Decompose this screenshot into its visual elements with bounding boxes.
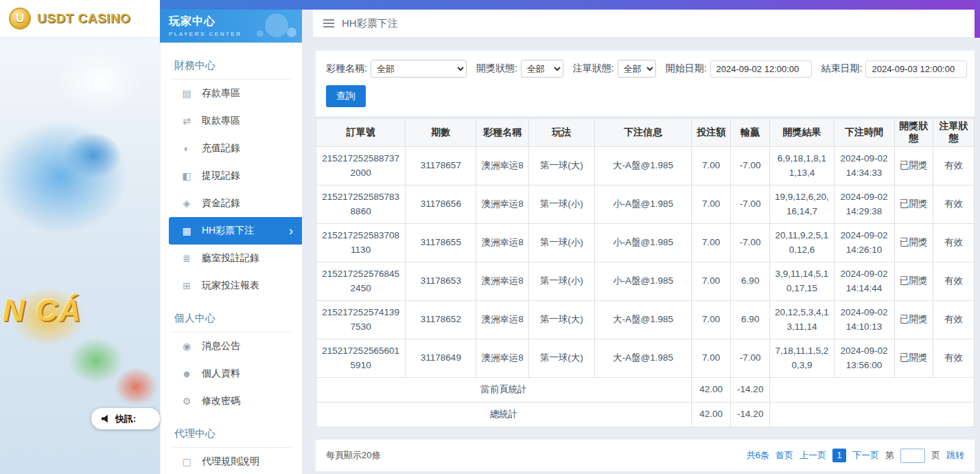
lottery-name-label: 彩種名稱: bbox=[326, 63, 367, 75]
draw-status-select[interactable]: 全部 bbox=[521, 60, 563, 78]
current-page-indicator[interactable]: 1 bbox=[832, 449, 846, 462]
draw-status-label: 開獎狀態: bbox=[476, 63, 517, 75]
end-date-label: 結束日期: bbox=[821, 63, 863, 75]
summary-bet-cell: 42.00 bbox=[692, 403, 731, 427]
gear-icon: ⚙ bbox=[181, 396, 192, 407]
table-cell: 已開獎 bbox=[894, 301, 933, 339]
withdraw-transfer-icon: ⇄ bbox=[181, 115, 192, 126]
table-cell: 20,12,5,3,4,13,11,14 bbox=[770, 301, 834, 339]
banner-right-decoration bbox=[975, 0, 980, 38]
table-cell: 有效 bbox=[933, 262, 974, 301]
sidebar-item-announcements[interactable]: ◉消息公告 bbox=[161, 332, 302, 360]
table-cell: 31178655 bbox=[406, 224, 476, 262]
sidebar-item-label: 個人資料 bbox=[202, 368, 240, 380]
lottery-name-select[interactable]: 全部 bbox=[371, 60, 467, 78]
room-bet-record-icon: ≣ bbox=[181, 253, 192, 264]
prev-page-link[interactable]: 上一页 bbox=[800, 449, 826, 462]
news-ticker[interactable]: 快訊: bbox=[91, 408, 160, 429]
table-cell: 2024-09-02 14:29:38 bbox=[834, 185, 894, 224]
table-row: 215217252585783886031178656澳洲幸运8第一球(小)小-… bbox=[316, 185, 975, 224]
page-prefix-label: 第 bbox=[885, 449, 894, 462]
table-cell: 6,9,18,1,8,11,13,4 bbox=[770, 147, 834, 185]
start-date-input[interactable] bbox=[710, 60, 812, 78]
table-cell: 有效 bbox=[933, 301, 974, 339]
table-cell: 2152172525837081130 bbox=[316, 224, 406, 262]
per-page-label: 每頁顯示20條 bbox=[326, 449, 380, 462]
column-header: 開獎狀態 bbox=[894, 119, 933, 147]
summary-winloss-cell: -14.20 bbox=[731, 403, 770, 427]
table-cell: 第一球(小) bbox=[528, 224, 594, 262]
page-suffix-label: 页 bbox=[931, 449, 940, 462]
table-cell: 澳洲幸运8 bbox=[476, 185, 528, 224]
sidebar-item-withdraw[interactable]: ⇄取款專區 bbox=[161, 107, 302, 135]
sidebar-item-funds-records[interactable]: ◈資金記錄 bbox=[161, 190, 302, 217]
table-cell: 小-A盤@1.985 bbox=[594, 185, 691, 224]
table-cell: 大-A盤@1.985 bbox=[594, 301, 691, 339]
sidebar-item-profile[interactable]: ☻個人資料 bbox=[161, 360, 302, 387]
sidebar-item-recharge-records[interactable]: ◐充值記錄 bbox=[161, 135, 302, 162]
summary-label-cell: 當前頁統計 bbox=[316, 378, 692, 403]
jump-button[interactable]: 跳转 bbox=[946, 449, 964, 462]
sidebar-item-change-password[interactable]: ⚙修改密碼 bbox=[161, 387, 302, 415]
content-header: HH彩票下注 bbox=[313, 10, 975, 37]
table-cell: 2152172525768452450 bbox=[316, 262, 406, 301]
table-cell: 7.00 bbox=[692, 147, 731, 185]
search-button[interactable]: 查詢 bbox=[326, 85, 366, 107]
bell-icon: ◉ bbox=[181, 341, 192, 352]
table-cell: -7.00 bbox=[731, 339, 770, 378]
summary-bet-cell: 42.00 bbox=[692, 378, 731, 403]
sidebar-item-hh-lottery-bets[interactable]: ▦HH彩票下注› bbox=[169, 217, 302, 245]
table-cell: 已開獎 bbox=[894, 147, 933, 185]
table-cell: 澳洲幸运8 bbox=[476, 147, 528, 185]
first-page-link[interactable]: 首页 bbox=[775, 449, 793, 462]
order-status-label: 注單狀態: bbox=[573, 63, 614, 75]
document-icon: ▢ bbox=[181, 456, 192, 467]
table-cell: 已開獎 bbox=[894, 224, 933, 262]
sidebar-item-player-bet-report[interactable]: ⊞玩家投注報表 bbox=[161, 272, 302, 300]
column-header: 下注信息 bbox=[594, 119, 691, 147]
column-header: 下注時間 bbox=[834, 119, 894, 147]
ticker-label: 快訊: bbox=[115, 413, 136, 425]
sidebar-item-agent-rules[interactable]: ▢代理規則說明 bbox=[161, 448, 302, 474]
table-cell: 7.00 bbox=[692, 224, 731, 262]
table-row: 215217252574139753031178652澳洲幸运8第一球(大)大-… bbox=[316, 301, 975, 339]
table-cell: -7.00 bbox=[731, 147, 770, 185]
next-page-link[interactable]: 下一页 bbox=[852, 449, 879, 462]
deposit-card-icon: ▤ bbox=[181, 88, 192, 99]
speaker-icon bbox=[102, 414, 110, 423]
table-cell: 2152172525741397530 bbox=[316, 301, 406, 339]
sidebar-item-room-bet-records[interactable]: ≣廳室投註記錄 bbox=[161, 245, 302, 272]
table-row: 215217252565601591031178649澳洲幸运8第一球(大)大-… bbox=[316, 339, 975, 378]
table-cell: 3,9,11,14,5,10,17,15 bbox=[770, 262, 834, 301]
table-cell: 有效 bbox=[933, 224, 974, 262]
table-cell: 2024-09-02 14:26:10 bbox=[834, 224, 894, 262]
sidebar-item-label: HH彩票下注 bbox=[202, 225, 254, 237]
sidebar-item-deposit[interactable]: ▤存款專區 bbox=[161, 80, 302, 107]
page-jump-input[interactable] bbox=[900, 449, 925, 463]
sidebar-item-label: 玩家投注報表 bbox=[202, 280, 259, 292]
table-cell: 31178649 bbox=[406, 339, 476, 378]
summary-winloss-cell: -14.20 bbox=[731, 378, 770, 403]
summary-empty-cell bbox=[770, 378, 975, 403]
end-date-input[interactable] bbox=[865, 60, 967, 78]
table-cell: 有效 bbox=[933, 147, 974, 185]
page-summary-row: 當前頁統計42.00-14.20 bbox=[316, 378, 975, 403]
table-cell: 19,9,12,6,20,16,14,7 bbox=[770, 185, 834, 224]
bet-report-icon: ⊞ bbox=[181, 280, 192, 291]
table-cell: 第一球(大) bbox=[528, 339, 594, 378]
table-cell: 2152172525656015910 bbox=[316, 339, 406, 378]
pagination-bar: 每頁顯示20條 共6条 首页 上一页 1 下一页 第 页 跳转 bbox=[316, 440, 975, 471]
sidebar-item-withdrawal-records[interactable]: ◧提現記錄 bbox=[161, 162, 302, 190]
table-cell: 31178656 bbox=[406, 185, 476, 224]
table-cell: -7.00 bbox=[731, 224, 770, 262]
table-cell: 7,18,11,1,5,20,3,9 bbox=[770, 339, 834, 378]
table-cell: 大-A盤@1.985 bbox=[594, 147, 691, 185]
table-cell: 2024-09-02 14:10:13 bbox=[834, 301, 894, 339]
sidebar-item-label: 廳室投註記錄 bbox=[202, 252, 259, 264]
table-cell: 2024-09-02 14:14:44 bbox=[834, 262, 894, 301]
menu-toggle-icon[interactable] bbox=[323, 19, 334, 27]
table-cell: 澳洲幸运8 bbox=[476, 339, 528, 378]
order-status-select[interactable]: 全部 bbox=[618, 60, 656, 78]
table-cell: 大-A盤@1.985 bbox=[594, 339, 691, 378]
table-cell: 第一球(大) bbox=[528, 147, 594, 185]
